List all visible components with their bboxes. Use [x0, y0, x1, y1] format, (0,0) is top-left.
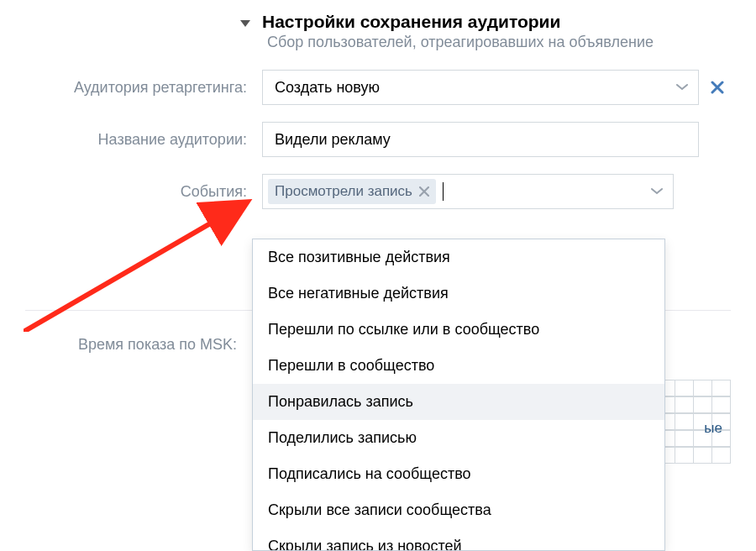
display-time-label: Время показа по MSK:	[25, 336, 252, 354]
retargeting-audience-value: Создать новую	[275, 79, 380, 97]
text-cursor	[443, 182, 444, 201]
events-dropdown-item[interactable]: Перешли в сообщество	[253, 348, 664, 384]
events-dropdown-item[interactable]: Поделились записью	[253, 420, 664, 456]
events-dropdown-item[interactable]: Все позитивные действия	[253, 239, 664, 276]
events-multiselect[interactable]: Просмотрели запись	[262, 174, 674, 209]
events-dropdown-item[interactable]: Перешли по ссылке или в сообщество	[253, 312, 664, 348]
schedule-cell[interactable]	[675, 413, 694, 430]
events-dropdown-item[interactable]: Все негативные действия	[253, 276, 664, 312]
event-chip-remove-icon[interactable]	[419, 186, 429, 197]
schedule-cell[interactable]	[675, 396, 694, 413]
schedule-cell[interactable]	[675, 380, 694, 396]
retargeting-audience-select[interactable]: Создать новую	[262, 70, 699, 105]
audience-name-label: Название аудитории:	[25, 131, 262, 149]
schedule-cell[interactable]	[711, 396, 731, 413]
retargeting-audience-label: Аудитория ретаргетинга:	[25, 79, 262, 97]
chevron-down-icon	[676, 83, 688, 92]
audience-name-value: Видели рекламу	[275, 131, 391, 149]
schedule-cell[interactable]	[693, 447, 712, 464]
events-dropdown-item[interactable]: Скрыли все записи сообщества	[253, 492, 664, 528]
schedule-cell[interactable]	[711, 380, 731, 396]
schedule-cell[interactable]	[675, 430, 694, 447]
schedule-cell[interactable]	[693, 380, 712, 396]
section-subtitle: Сбор пользователей, отреагировавших на о…	[267, 34, 731, 51]
events-dropdown[interactable]: Все позитивные действияВсе негативные де…	[252, 239, 665, 551]
events-dropdown-item[interactable]: Понравилась запись	[253, 384, 664, 420]
event-chip-label: Просмотрели запись	[275, 183, 412, 200]
schedule-cell[interactable]	[675, 447, 694, 464]
section-title: Настройки сохранения аудитории	[262, 12, 560, 32]
schedule-cell[interactable]	[693, 396, 712, 413]
schedule-cell[interactable]	[711, 447, 731, 464]
events-dropdown-item[interactable]: Подписались на сообщество	[253, 456, 664, 492]
events-dropdown-item[interactable]: Скрыли запись из новостей	[253, 528, 664, 550]
chevron-down-icon	[651, 187, 663, 196]
event-chip[interactable]: Просмотрели запись	[268, 179, 436, 204]
events-label: События:	[25, 183, 262, 201]
audience-name-input[interactable]: Видели рекламу	[262, 122, 699, 157]
remove-audience-button[interactable]	[711, 81, 724, 94]
collapse-triangle-icon[interactable]	[240, 20, 250, 27]
partial-link-text[interactable]: ые	[704, 420, 722, 437]
